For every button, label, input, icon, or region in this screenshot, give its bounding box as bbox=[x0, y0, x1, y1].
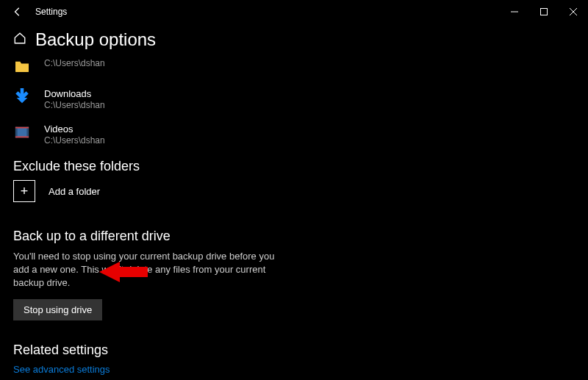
plus-icon: + bbox=[13, 180, 35, 202]
close-button[interactable] bbox=[559, 0, 588, 24]
svg-rect-1 bbox=[541, 9, 548, 15]
svg-rect-8 bbox=[15, 136, 29, 137]
folder-name: Downloads bbox=[44, 88, 105, 99]
videos-icon bbox=[13, 123, 31, 141]
downloads-icon bbox=[13, 88, 31, 106]
maximize-button[interactable] bbox=[529, 0, 559, 24]
advanced-settings-link[interactable]: See advanced settings bbox=[13, 364, 575, 375]
folder-text: Videos C:\Users\dshan bbox=[44, 123, 105, 146]
svg-rect-5 bbox=[15, 127, 18, 138]
page-title: Backup options bbox=[35, 29, 156, 50]
folder-text: Downloads C:\Users\dshan bbox=[44, 88, 105, 110]
folder-item[interactable]: C:\Users\dshan bbox=[13, 57, 575, 75]
different-drive-heading: Back up to a different drive bbox=[13, 229, 575, 244]
add-folder-button[interactable]: + Add a folder bbox=[13, 180, 575, 202]
stop-using-drive-button[interactable]: Stop using drive bbox=[13, 299, 102, 320]
back-button[interactable] bbox=[6, 0, 29, 24]
folder-text: C:\Users\dshan bbox=[44, 57, 105, 68]
minimize-button[interactable] bbox=[500, 0, 529, 24]
svg-rect-6 bbox=[26, 127, 29, 138]
folder-icon bbox=[13, 57, 31, 75]
exclude-heading: Exclude these folders bbox=[13, 159, 575, 174]
content: Backup options C:\Users\dshan Downloads … bbox=[0, 24, 588, 380]
related-heading: Related settings bbox=[13, 343, 575, 358]
home-icon bbox=[13, 32, 26, 49]
svg-rect-7 bbox=[15, 127, 29, 129]
folder-path: C:\Users\dshan bbox=[44, 135, 105, 146]
window-controls bbox=[500, 0, 588, 24]
page-header: Backup options bbox=[13, 29, 575, 50]
folder-name: Videos bbox=[44, 123, 105, 135]
add-folder-label: Add a folder bbox=[49, 186, 100, 197]
different-drive-desc: You'll need to stop using your current b… bbox=[13, 250, 285, 290]
folder-item[interactable]: Videos C:\Users\dshan bbox=[13, 123, 575, 146]
folder-path: C:\Users\dshan bbox=[44, 58, 105, 68]
folder-item[interactable]: Downloads C:\Users\dshan bbox=[13, 88, 575, 110]
window-title: Settings bbox=[35, 7, 67, 17]
folder-path: C:\Users\dshan bbox=[44, 100, 105, 110]
